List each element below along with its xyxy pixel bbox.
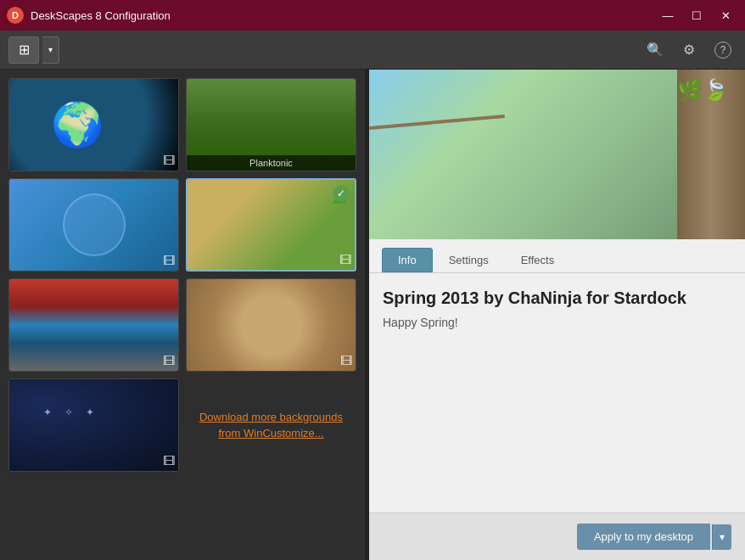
minimize-button[interactable]: —: [655, 5, 681, 25]
thumb-image-sand: [187, 279, 356, 371]
close-button[interactable]: ✕: [713, 5, 738, 25]
detail-tabs: Info Settings Effects: [369, 239, 745, 273]
film-icon-night: 🎞: [163, 454, 175, 468]
apply-button[interactable]: Apply to my desktop: [577, 524, 710, 550]
search-icon: 🔍: [647, 42, 664, 58]
gallery-panel: 🎞 Planktonic 🎞 ✓ 🎞 🎞 🎞: [0, 70, 365, 560]
thumb-image-street: [9, 279, 178, 371]
film-icon-sand: 🎞: [340, 354, 352, 367]
search-button[interactable]: 🔍: [641, 38, 669, 62]
dropdown-arrow-icon: ▾: [48, 45, 53, 54]
tab-effects[interactable]: Effects: [505, 248, 571, 272]
details-panel: 🌿🍃 Info Settings Effects Spring 2013 by …: [369, 70, 745, 560]
apply-dropdown-button[interactable]: ▾: [712, 524, 731, 550]
thumbnail-street[interactable]: 🎞: [8, 278, 179, 372]
help-icon: ?: [714, 42, 731, 59]
thumb-label-planktonic: Planktonic: [187, 155, 356, 171]
toolbar: ⊞ ▾ 🔍 ⚙ ?: [0, 31, 745, 70]
thumbnail-blue-sphere[interactable]: 🎞: [8, 178, 179, 272]
preview-image: 🌿🍃: [369, 70, 745, 239]
tab-info[interactable]: Info: [382, 248, 433, 272]
gear-icon: ⚙: [683, 42, 695, 58]
titlebar-controls: — ☐ ✕: [655, 5, 738, 25]
restore-button[interactable]: ☐: [684, 5, 709, 25]
film-icon-earth: 🎞: [163, 154, 175, 167]
wallpaper-description: Happy Spring!: [383, 316, 731, 329]
film-icon-blue-sphere: 🎞: [163, 254, 175, 267]
thumbnail-sand[interactable]: 🎞: [186, 278, 356, 372]
download-more-link[interactable]: Download more backgrounds from WinCustom…: [186, 378, 356, 472]
thumbnail-earth[interactable]: 🎞: [8, 78, 179, 171]
titlebar-left: D DeskScapes 8 Configuration: [7, 7, 171, 24]
view-dropdown-button[interactable]: ▾: [42, 36, 59, 64]
selected-checkmark-tree: ✓: [333, 185, 350, 202]
thumb-image-earth: [9, 79, 178, 171]
preview-background: 🌿🍃: [369, 70, 745, 239]
grid-icon: ⊞: [19, 42, 30, 58]
toolbar-left: ⊞ ▾: [8, 36, 59, 64]
thumbnail-night[interactable]: 🎞: [8, 378, 179, 472]
settings-button[interactable]: ⚙: [675, 38, 703, 62]
film-icon-street: 🎞: [163, 354, 175, 367]
titlebar-title: DeskScapes 8 Configuration: [31, 9, 171, 22]
main-content: 🎞 Planktonic 🎞 ✓ 🎞 🎞 🎞: [0, 70, 745, 560]
thumb-image-tree: [188, 180, 355, 270]
apply-dropdown-arrow-icon: ▾: [720, 531, 725, 543]
spring-leaves: 🌿🍃: [677, 78, 728, 102]
thumbnail-tree[interactable]: ✓ 🎞: [186, 178, 356, 272]
thumb-image-blue-sphere: [9, 179, 178, 271]
detail-bottom-bar: Apply to my desktop ▾: [369, 512, 745, 560]
detail-content: Spring 2013 by ChaNinja for Stardock Hap…: [369, 273, 745, 512]
view-grid-button[interactable]: ⊞: [8, 36, 39, 64]
help-button[interactable]: ?: [709, 38, 737, 62]
titlebar: D DeskScapes 8 Configuration — ☐ ✕: [0, 0, 745, 31]
thumbnail-planktonic[interactable]: Planktonic: [186, 78, 356, 171]
thumb-image-night: [9, 379, 178, 471]
toolbar-right: 🔍 ⚙ ?: [641, 38, 737, 62]
film-icon-tree: 🎞: [339, 253, 351, 266]
tab-settings[interactable]: Settings: [433, 248, 505, 272]
app-logo: D: [7, 7, 24, 24]
wallpaper-title: Spring 2013 by ChaNinja for Stardock: [383, 287, 731, 309]
